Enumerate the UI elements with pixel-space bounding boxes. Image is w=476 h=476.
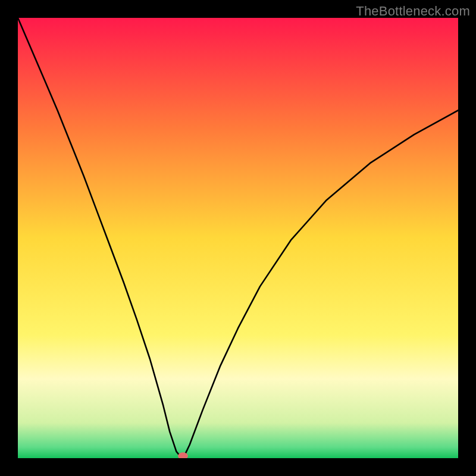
bottleneck-chart (18, 18, 458, 458)
chart-background (18, 18, 458, 458)
chart-frame (18, 18, 458, 458)
watermark-text: TheBottleneck.com (356, 4, 470, 19)
